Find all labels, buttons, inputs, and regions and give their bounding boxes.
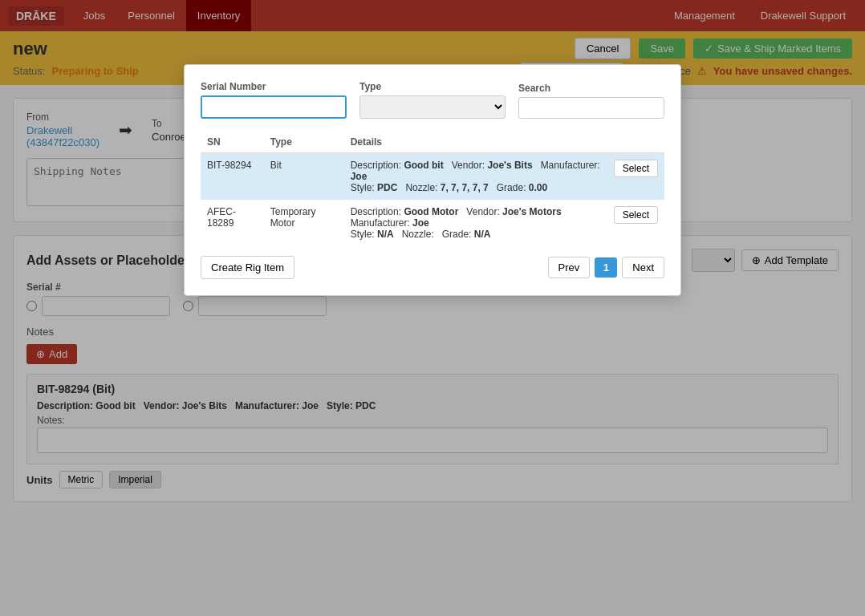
pagination: Prev 1 Next bbox=[548, 257, 664, 278]
cell-sn: AFEC-18289 bbox=[201, 200, 264, 246]
select-button-0[interactable]: Select bbox=[614, 160, 658, 177]
modal-overlay: Serial Number Type Search SN Type Detail bbox=[0, 0, 865, 515]
create-rig-item-button[interactable]: Create Rig Item bbox=[201, 256, 294, 279]
serial-number-field: Serial Number bbox=[201, 81, 347, 119]
cell-type: Bit bbox=[264, 153, 344, 201]
cell-type: Temporary Motor bbox=[264, 200, 344, 246]
search-field: Search bbox=[518, 83, 664, 119]
cell-details: Description: Good Motor Vendor: Joe's Mo… bbox=[344, 200, 607, 246]
search-modal: Serial Number Type Search SN Type Detail bbox=[184, 64, 681, 296]
cell-action: Select bbox=[607, 200, 664, 246]
search-label: Search bbox=[518, 83, 664, 94]
serial-number-label: Serial Number bbox=[201, 81, 347, 92]
type-select[interactable] bbox=[359, 95, 506, 119]
modal-search-row: Serial Number Type Search bbox=[201, 81, 664, 119]
next-button[interactable]: Next bbox=[622, 257, 664, 278]
table-row: BIT-98294 Bit Description: Good bit Vend… bbox=[201, 153, 664, 201]
col-type: Type bbox=[264, 132, 344, 153]
cell-details: Description: Good bit Vendor: Joe's Bits… bbox=[344, 153, 607, 201]
cell-action: Select bbox=[607, 153, 664, 201]
col-details: Details bbox=[344, 132, 607, 153]
serial-number-input[interactable] bbox=[201, 95, 347, 119]
search-input[interactable] bbox=[518, 97, 664, 119]
select-button-1[interactable]: Select bbox=[614, 206, 658, 224]
results-table: SN Type Details BIT-98294 Bit Descriptio… bbox=[201, 132, 664, 246]
page-number: 1 bbox=[595, 257, 617, 278]
col-sn: SN bbox=[201, 132, 264, 153]
modal-footer: Create Rig Item Prev 1 Next bbox=[201, 256, 664, 279]
table-row: AFEC-18289 Temporary Motor Description: … bbox=[201, 200, 664, 246]
type-label: Type bbox=[359, 81, 506, 92]
cell-sn: BIT-98294 bbox=[201, 153, 264, 201]
type-field: Type bbox=[359, 81, 506, 119]
prev-button[interactable]: Prev bbox=[548, 257, 591, 278]
